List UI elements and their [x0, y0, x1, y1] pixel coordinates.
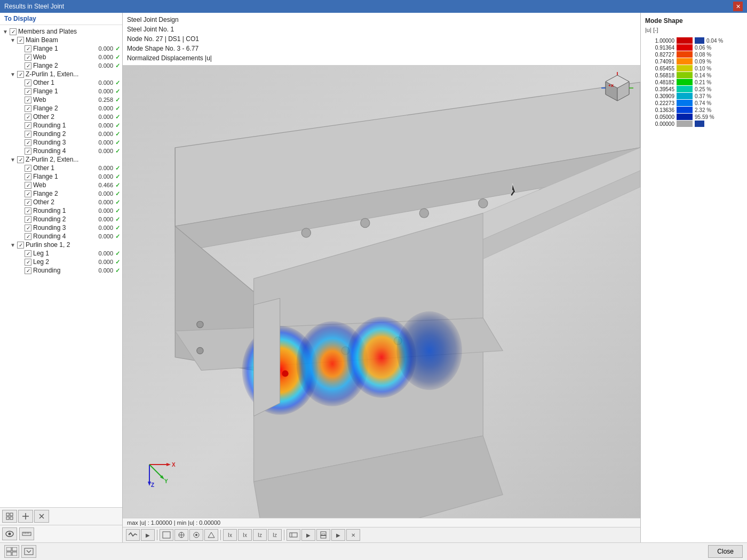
toolbar-btn-2[interactable]: [18, 510, 33, 523]
tree-item-zpurlin1[interactable]: ▼Z-Purlin 1, Exten...: [0, 70, 122, 78]
checkbox-web[interactable]: [25, 54, 31, 61]
footer-btn-1[interactable]: [4, 545, 19, 558]
tree-item-flange2-2[interactable]: Flange 20.000✓: [0, 189, 122, 198]
view-btn-print[interactable]: [316, 529, 330, 541]
checkbox-web-2[interactable]: [25, 182, 31, 189]
checkbox-flange1[interactable]: [25, 45, 31, 52]
view-btn-2[interactable]: [160, 529, 173, 541]
checkbox-other2-1[interactable]: [25, 114, 31, 121]
orientation-cube[interactable]: +X: [600, 71, 635, 106]
checkbox-leg1[interactable]: [25, 250, 31, 257]
tree-item-rounding1-2[interactable]: Rounding 10.000✓: [0, 206, 122, 215]
tree-item-flange1-1[interactable]: Flange 10.000✓: [0, 87, 122, 95]
checkbox-other2-2[interactable]: [25, 199, 31, 206]
eye-button[interactable]: [2, 527, 17, 540]
toolbar-btn-3[interactable]: [34, 510, 49, 523]
tree-item-rounding3-1[interactable]: Rounding 30.000✓: [0, 138, 122, 147]
checkbox-rounding3-1[interactable]: [25, 139, 31, 146]
view-btn-arrow[interactable]: ▶: [141, 529, 155, 541]
legend-item-0: 1.000000.04 %: [645, 37, 743, 44]
view-btn-5[interactable]: [204, 529, 218, 541]
tree-item-main-beam[interactable]: ▼Main Beam: [0, 36, 122, 44]
checkbox-web-1[interactable]: [25, 97, 31, 103]
tree-item-rounding4-2[interactable]: Rounding 40.000✓: [0, 232, 122, 241]
view-btn-4[interactable]: [189, 529, 203, 541]
checkbox-rounding4-2[interactable]: [25, 233, 31, 240]
checkbox-zpurlin1[interactable]: [17, 71, 24, 78]
checkbox-rounding-ps[interactable]: [25, 267, 31, 274]
view-btn-8[interactable]: Iz: [253, 529, 267, 541]
tree-item-rounding3-2[interactable]: Rounding 30.000✓: [0, 223, 122, 232]
checkbox-other1-2[interactable]: [25, 165, 31, 172]
tree-item-web-2[interactable]: Web0.466✓: [0, 181, 122, 189]
checkbox-members[interactable]: [10, 28, 17, 35]
view-btn-6[interactable]: Ix: [223, 529, 237, 541]
tree-item-web[interactable]: Web0.000✓: [0, 53, 122, 61]
view-btn-7[interactable]: Ix: [238, 529, 252, 541]
checkbox-flange2[interactable]: [25, 62, 31, 69]
view-btn-10[interactable]: [287, 529, 300, 541]
tree-item-purlinshoe[interactable]: ▼Purlin shoe 1, 2: [0, 241, 122, 249]
expand-icon-zpurlin2[interactable]: ▼: [10, 156, 16, 163]
checkbox-purlinshoe[interactable]: [17, 242, 24, 249]
legend-color-9: [677, 100, 693, 106]
toolbar-btn-1[interactable]: [2, 510, 17, 523]
tree-item-zpurlin2[interactable]: ▼Z-Purlin 2, Exten...: [0, 155, 122, 164]
view-btn-close-x[interactable]: ✕: [346, 529, 360, 541]
tree-checkmark-other2-1: ✓: [115, 114, 120, 121]
checkbox-rounding3-2[interactable]: [25, 225, 31, 231]
tree-item-rounding2-1[interactable]: Rounding 20.000✓: [0, 130, 122, 138]
checkbox-rounding1-1[interactable]: [25, 122, 31, 129]
tree-checkmark-leg1: ✓: [115, 250, 120, 257]
tree-item-rounding-ps[interactable]: Rounding0.000✓: [0, 266, 122, 275]
tree-item-flange2[interactable]: Flange 20.000✓: [0, 61, 122, 70]
view-btn-3[interactable]: [174, 529, 188, 541]
tree-item-other1-1[interactable]: Other 10.000✓: [0, 78, 122, 87]
legend-pct-1: 0.06 %: [695, 45, 711, 51]
viewport[interactable]: +X Z X: [123, 66, 640, 518]
checkbox-flange1-1[interactable]: [25, 88, 31, 95]
view-btn-9[interactable]: Iz: [268, 529, 282, 541]
view-btn-print-arrow[interactable]: ▶: [331, 529, 345, 541]
tree-item-other1-2[interactable]: Other 10.000✓: [0, 164, 122, 172]
checkbox-rounding4-1[interactable]: [25, 148, 31, 155]
expand-icon-purlinshoe[interactable]: ▼: [10, 242, 16, 248]
view-btn-arrow2[interactable]: ▶: [301, 529, 315, 541]
checkbox-rounding2-1[interactable]: [25, 131, 31, 138]
ruler-button[interactable]: [19, 527, 34, 540]
tree-item-web-1[interactable]: Web0.258✓: [0, 95, 122, 104]
tree-item-leg2[interactable]: Leg 20.000✓: [0, 258, 122, 266]
close-button[interactable]: Close: [708, 545, 743, 558]
tree-item-leg1[interactable]: Leg 10.000✓: [0, 249, 122, 258]
info-line-5: Normalized Displacements |u|: [127, 53, 636, 63]
checkbox-flange2-2[interactable]: [25, 190, 31, 197]
checkbox-flange2-1[interactable]: [25, 105, 31, 112]
tree-item-flange1[interactable]: Flange 10.000✓: [0, 44, 122, 53]
tree-item-rounding4-1[interactable]: Rounding 40.000✓: [0, 147, 122, 155]
tree-item-flange2-1[interactable]: Flange 20.000✓: [0, 104, 122, 113]
tree-item-other2-2[interactable]: Other 20.000✓: [0, 198, 122, 206]
checkbox-rounding2-2[interactable]: [25, 216, 31, 223]
checkbox-main-beam[interactable]: [17, 37, 24, 44]
expand-icon-main-beam[interactable]: ▼: [10, 37, 16, 43]
svg-rect-2: [6, 517, 9, 519]
tree-item-other2-1[interactable]: Other 20.000✓: [0, 113, 122, 121]
close-window-button[interactable]: ✕: [733, 2, 743, 11]
checkbox-flange1-2[interactable]: [25, 173, 31, 180]
tree-value-flange2-2: 0.000: [94, 190, 113, 197]
tree-item-rounding1-1[interactable]: Rounding 10.000✓: [0, 121, 122, 130]
tree-item-rounding2-2[interactable]: Rounding 20.000✓: [0, 215, 122, 223]
expand-icon-members[interactable]: ▼: [2, 28, 9, 35]
legend-color-0: [677, 37, 693, 44]
legend-pct-7: 0.25 %: [695, 86, 711, 92]
tree-item-flange1-2[interactable]: Flange 10.000✓: [0, 172, 122, 181]
checkbox-other1-1[interactable]: [25, 79, 31, 86]
expand-icon-zpurlin1[interactable]: ▼: [10, 71, 16, 77]
tree-item-members[interactable]: ▼Members and Plates: [0, 27, 122, 36]
checkbox-leg2[interactable]: [25, 259, 31, 266]
checkbox-zpurlin2[interactable]: [17, 156, 24, 163]
axis-indicator: Z X Y: [139, 454, 176, 491]
footer-btn-2[interactable]: [21, 545, 36, 558]
checkbox-rounding1-2[interactable]: [25, 207, 31, 214]
view-btn-1[interactable]: [126, 529, 140, 541]
